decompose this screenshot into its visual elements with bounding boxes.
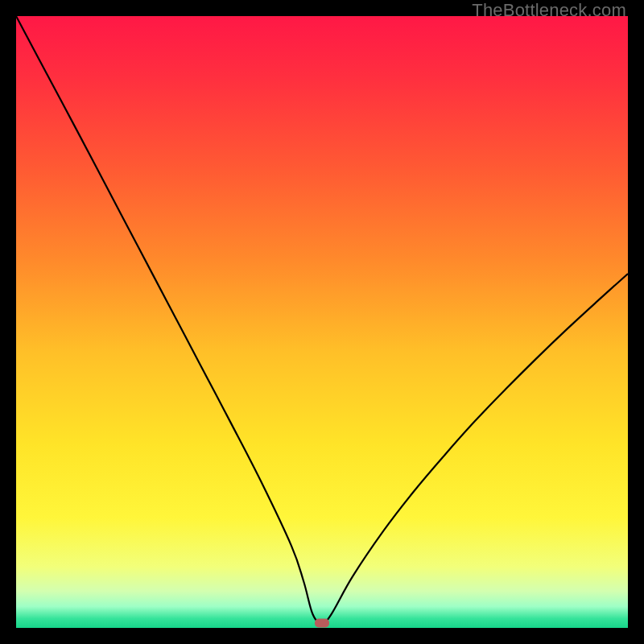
- chart-svg: [16, 16, 628, 628]
- chart-plot-area: [16, 16, 628, 628]
- chart-background: [16, 16, 628, 628]
- min-marker: [315, 618, 329, 627]
- watermark-text: TheBottleneck.com: [472, 0, 626, 21]
- chart-frame: TheBottleneck.com: [0, 0, 644, 644]
